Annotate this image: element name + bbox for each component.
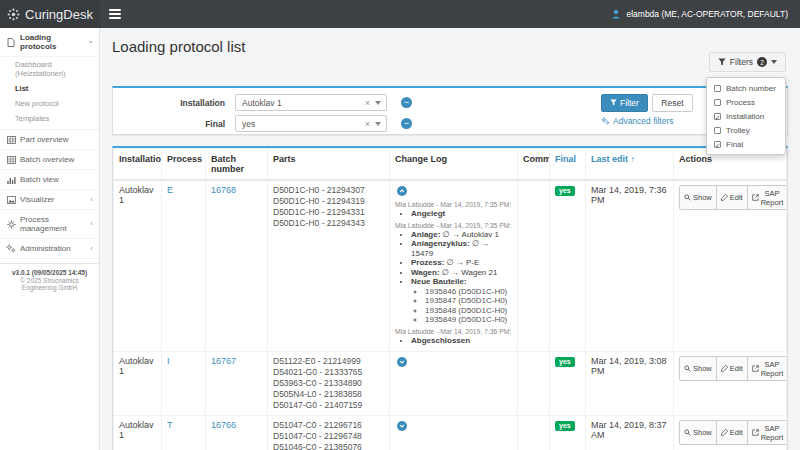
user-label: elambda (ME, AC-OPERATOR, DEFAULT) [626,9,788,19]
filter-option-label: Process [726,98,755,107]
cell-last-edit: Mar 14, 2019, 8:37 AM [586,416,674,450]
filter-option-checkbox[interactable] [714,127,721,134]
chevron-left-icon: ‹ [90,196,93,204]
cell-final: yes [550,180,586,352]
funnel-icon [718,58,726,66]
changelog-item: Neue Bauteile:1935846 (D50D1C-H0)1935847… [411,277,512,325]
process-link[interactable]: I [167,356,170,366]
filter-option[interactable]: ✓ Installation [707,109,785,123]
protocol-table-card: Installation Process Batch number Parts … [112,146,788,450]
final-badge: yes [555,421,575,431]
loading-protocols-submenu: Dashboard (Heizstationen) List New proto… [0,57,99,130]
filters-dropdown-button[interactable]: Filters 2 [709,52,786,72]
main-content: Loading protocol list Filters 2 Batch nu… [100,28,800,450]
sap-report-button[interactable]: SAP Report [747,420,787,445]
filter-option-checkbox[interactable]: ✓ [714,113,721,120]
col-batch-number: Batch number [206,149,268,181]
remove-filter-icon[interactable]: − [401,97,412,108]
sidebar-item-process-management[interactable]: Process management ‹ [0,210,99,239]
show-button[interactable]: Show [679,185,717,210]
changelog-toggle-icon[interactable] [397,186,407,196]
filters-count-badge: 2 [757,57,767,67]
chevron-left-icon: ‹ [90,245,93,253]
sidebar-item-dashboard[interactable]: Dashboard (Heizstationen) [0,57,99,81]
cell-change-log [390,416,518,450]
process-link[interactable]: E [167,185,173,195]
changelog-entry-list: Anlage: ∅ → Autoklav 1Anlagenzyklus: ∅ →… [411,230,512,325]
changelog-toggle-icon[interactable] [397,421,407,431]
cell-last-edit: Mar 14, 2019, 7:36 PM [586,180,674,352]
pencil-icon [721,365,728,372]
sidebar-item-administration[interactable]: Administration ‹ [0,239,99,259]
installation-select[interactable]: Autoklav 1 × [235,94,387,111]
changelog-entry-header: Mia Labudde - Mar 14, 2019, 7:35 PM: [395,201,512,208]
filter-option[interactable]: Batch number [707,81,785,95]
reset-button[interactable]: Reset [652,94,692,112]
filters-dropdown: Filters 2 Batch number Process ✓ Install… [709,52,786,72]
filter-option-checkbox[interactable] [714,99,721,106]
final-select[interactable]: yes × [235,115,387,132]
gear-icon [6,220,16,229]
gears-icon [6,244,16,253]
brand[interactable]: CuringDesk [0,0,100,28]
filter-option[interactable]: Trolley [707,123,785,137]
cell-installation: Autoklav 1 [114,352,162,416]
show-button[interactable]: Show [679,356,717,381]
batch-number-link[interactable]: 16768 [211,185,236,195]
show-button[interactable]: Show [679,420,717,445]
cell-final: yes [550,416,586,450]
table-row: Autoklav 1 T 16766 D51047-C0 - 21296716D… [114,416,787,450]
sidebar-item-visualizer[interactable]: Visualizer ‹ [0,190,99,210]
cell-batch-number: 16768 [206,180,268,352]
col-final[interactable]: Final [550,149,586,181]
protocol-table-body: Autoklav 1 E 16768 D50D1C-H0 - 21294307D… [114,180,787,450]
changelog-subitem-list: 1935846 (D50D1C-H0)1935847 (D50D1C-H0)19… [425,287,512,325]
col-last-edit[interactable]: Last edit ↑ [586,149,674,181]
batch-number-link[interactable]: 16767 [211,356,236,366]
pencil-icon [721,429,728,436]
sidebar-item-new-protocol[interactable]: New protocol [0,96,99,111]
changelog-toggle-icon[interactable] [397,357,407,367]
edit-button[interactable]: Edit [716,356,748,381]
filter-panel: Installation Autoklav 1 × − Final yes × … [112,86,788,135]
advanced-filters-link[interactable]: Advanced filters [601,116,673,126]
sidebar-item-batch-overview[interactable]: Batch overview [0,150,99,170]
sidebar-item-list[interactable]: List [0,81,99,96]
sort-ascending-icon: ↑ [631,155,635,164]
sidebar-footer: v3.0.1 (09/05/2025 14:45) © 2025 Strucna… [0,263,99,296]
filter-option-checkbox[interactable]: ✓ [714,141,721,148]
sap-report-button[interactable]: SAP Report [747,185,787,210]
filter-button[interactable]: Filter [601,94,648,112]
cell-actions: Show Edit SAP Report [674,180,787,352]
clear-icon[interactable]: × [365,98,370,108]
batch-number-link[interactable]: 16766 [211,420,236,430]
filter-option-label: Trolley [726,126,750,135]
clear-icon[interactable]: × [365,119,370,129]
filter-option[interactable]: Process [707,95,785,109]
sidebar-item-part-overview[interactable]: Part overview [0,130,99,150]
row-actions: Show Edit SAP Report [679,185,787,210]
image-icon [6,196,16,204]
cell-process: I [162,352,206,416]
filter-option[interactable]: ✓ Final [707,137,785,151]
edit-button[interactable]: Edit [716,185,748,210]
process-link[interactable]: T [167,420,173,430]
filter-option-checkbox[interactable] [714,85,721,92]
export-icon [752,365,759,372]
sap-report-button[interactable]: SAP Report [747,356,787,381]
final-badge: yes [555,357,575,367]
user-menu[interactable]: elambda (ME, AC-OPERATOR, DEFAULT) [599,0,800,28]
edit-button[interactable]: Edit [716,420,748,445]
sidebar-item-templates[interactable]: Templates [0,111,99,126]
sidebar-item-loading-protocols[interactable]: Loading protocols ‹ [0,28,99,57]
caret-down-icon [771,60,777,64]
table-header-row: Installation Process Batch number Parts … [114,149,787,181]
filter-option-label: Installation [726,112,764,121]
part-number: D50D1C-H0 - 21294331 [273,207,384,218]
changelog-entry-list: Angelegt [411,209,512,219]
remove-filter-icon[interactable]: − [401,118,412,129]
sidebar-item-batch-view[interactable]: Batch view [0,170,99,190]
filter-actions: Filter Reset [601,92,693,112]
filter-option-label: Final [726,140,743,149]
sidebar-toggle-button[interactable] [100,0,130,28]
